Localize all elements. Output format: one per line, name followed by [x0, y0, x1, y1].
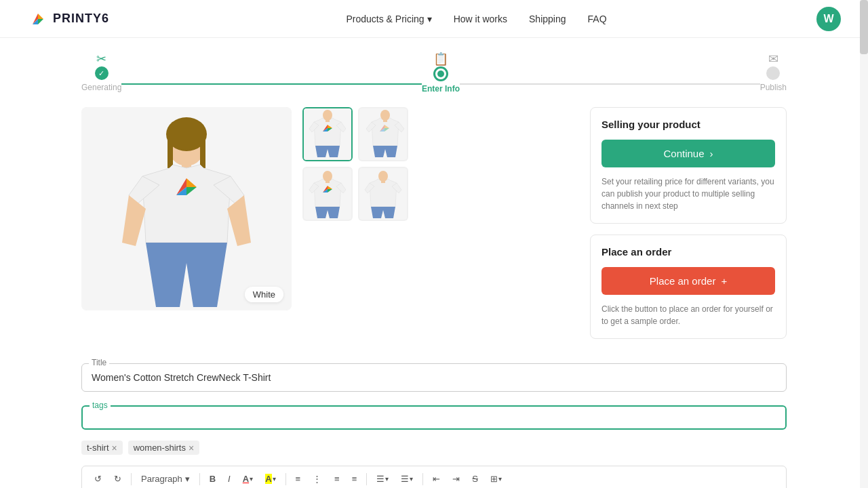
highlight-button[interactable]: A ▾	[261, 472, 279, 486]
tags-field-group: tags	[81, 405, 787, 430]
color-badge: White	[245, 287, 283, 302]
continue-button[interactable]: Continue ›	[601, 140, 775, 167]
rich-text-editor: ↺ ↻ Paragraph ▾ B I	[81, 466, 787, 488]
bullet-list-button[interactable]: ☰ ▾	[372, 472, 393, 486]
order-hint: Click the button to place an order for y…	[601, 303, 775, 327]
svg-rect-25	[383, 119, 387, 122]
tags-input[interactable]	[83, 407, 785, 428]
step-enter-info: 📋 Enter Info	[422, 52, 460, 94]
step-label-enter-info: Enter Info	[422, 84, 460, 94]
step-generating: ✂ ✓ Generating	[81, 52, 121, 92]
nav-products-pricing[interactable]: Products & Pricing ▾	[346, 14, 431, 24]
toolbar-divider-2	[199, 473, 200, 485]
remove-tag-women-shirts[interactable]: ×	[189, 443, 194, 453]
generating-icon: ✂	[96, 52, 106, 66]
title-field-group: Title	[81, 363, 787, 392]
ordered-list-button[interactable]: ☰ ▾	[397, 472, 417, 486]
form-section: Title tags t-shirt × women-shirts × ↺ ↻	[0, 363, 868, 488]
arrow-right-icon: ›	[710, 148, 713, 159]
paragraph-select[interactable]: Paragraph ▾	[137, 472, 194, 486]
highlight-chevron-icon: ▾	[273, 475, 276, 483]
logo-icon	[27, 8, 49, 30]
toolbar-divider-5	[422, 473, 423, 485]
plus-icon: +	[721, 275, 727, 287]
svg-rect-10	[200, 134, 205, 168]
publish-icon: ✉	[768, 52, 778, 66]
indent-dec-button[interactable]: ⇤	[429, 472, 444, 486]
connector-2	[460, 83, 760, 85]
place-order-title: Place an order	[601, 246, 775, 258]
font-color-button[interactable]: A ▾	[239, 472, 257, 486]
thumb-2-svg	[359, 108, 407, 160]
table-chevron-icon: ▾	[498, 475, 502, 483]
nav-faq[interactable]: FAQ	[588, 14, 607, 24]
bold-button[interactable]: B	[205, 472, 220, 486]
thumbnail-2[interactable]	[358, 107, 408, 161]
sidebar: Selling your product Continue › Set your…	[590, 107, 787, 350]
scrollbar-track	[860, 0, 868, 488]
italic-button[interactable]: I	[224, 472, 235, 486]
tags-chips-container: t-shirt × women-shirts ×	[81, 441, 787, 455]
steps-bar: ✂ ✓ Generating 📋 Enter Info ✉ Publish	[0, 38, 868, 107]
toolbar-divider-1	[131, 473, 132, 485]
step-dot-enter-info	[433, 66, 448, 81]
main-product-image: White	[81, 107, 292, 310]
thumb-3-svg	[304, 168, 351, 220]
svg-rect-9	[167, 134, 173, 168]
logo[interactable]: PRINTY6	[27, 8, 109, 30]
align-left-button[interactable]: ≡	[292, 472, 305, 486]
logo-text: PRINTY6	[53, 12, 109, 26]
enter-info-icon: 📋	[433, 52, 448, 66]
nav-how-it-works[interactable]: How it works	[454, 14, 507, 24]
place-order-button[interactable]: Place an order +	[601, 267, 775, 295]
redo-button[interactable]: ↻	[110, 472, 125, 486]
thumbnail-4[interactable]	[358, 167, 408, 221]
nav-shipping[interactable]: Shipping	[529, 14, 566, 24]
step-publish: ✉ Publish	[760, 52, 787, 92]
user-avatar[interactable]: W	[816, 7, 841, 31]
indent-inc-button[interactable]: ⇥	[448, 472, 464, 486]
thumb-4-svg	[359, 168, 407, 220]
title-input[interactable]	[82, 364, 786, 391]
toolbar-divider-3	[285, 473, 286, 485]
chevron-down-icon: ▾	[427, 14, 432, 24]
paragraph-chevron-icon: ▾	[185, 474, 190, 484]
thumbnail-1[interactable]	[302, 107, 353, 161]
thumbnail-3[interactable]	[302, 167, 353, 221]
bullet-chevron-icon: ▾	[385, 475, 389, 483]
main-layout: White	[0, 107, 868, 363]
step-dot-generating: ✓	[95, 66, 108, 80]
thumb-1-svg	[304, 108, 351, 160]
step-label-generating: Generating	[81, 83, 121, 92]
selling-card: Selling your product Continue › Set your…	[590, 107, 787, 224]
remove-tag-tshirt[interactable]: ×	[112, 443, 117, 453]
svg-rect-22	[326, 119, 330, 122]
editor-toolbar: ↺ ↻ Paragraph ▾ B I	[81, 466, 787, 488]
product-preview-section: White	[81, 107, 574, 350]
justify-button[interactable]: ≡	[348, 472, 361, 486]
strikethrough-button[interactable]: S	[468, 472, 482, 486]
ordered-chevron-icon: ▾	[410, 475, 413, 483]
svg-rect-36	[326, 180, 330, 183]
table-button[interactable]: ⊞ ▾	[486, 472, 506, 486]
navbar: PRINTY6 Products & Pricing ▾ How it work…	[0, 0, 868, 38]
svg-rect-39	[381, 180, 385, 183]
tags-label: tags	[90, 401, 111, 410]
align-right-button[interactable]: ≡	[330, 472, 344, 486]
selling-hint: Set your retailing price for different v…	[601, 176, 775, 212]
selling-card-title: Selling your product	[601, 119, 775, 130]
thumbnails-grid	[302, 107, 408, 221]
toolbar-divider-4	[366, 473, 367, 485]
place-order-card: Place an order Place an order + Click th…	[590, 235, 787, 339]
tag-chip-tshirt: t-shirt ×	[81, 441, 123, 455]
undo-button[interactable]: ↺	[90, 472, 106, 486]
font-color-chevron-icon: ▾	[250, 475, 253, 483]
connector-1	[121, 83, 422, 85]
product-image-svg	[81, 107, 292, 310]
step-label-publish: Publish	[760, 83, 787, 92]
nav-links: Products & Pricing ▾ How it works Shippi…	[136, 14, 816, 24]
scrollbar-thumb[interactable]	[860, 0, 868, 54]
step-dot-publish	[766, 66, 780, 80]
tag-chip-women-shirts: women-shirts ×	[128, 441, 199, 455]
align-center-button[interactable]: ⋮	[309, 472, 326, 486]
